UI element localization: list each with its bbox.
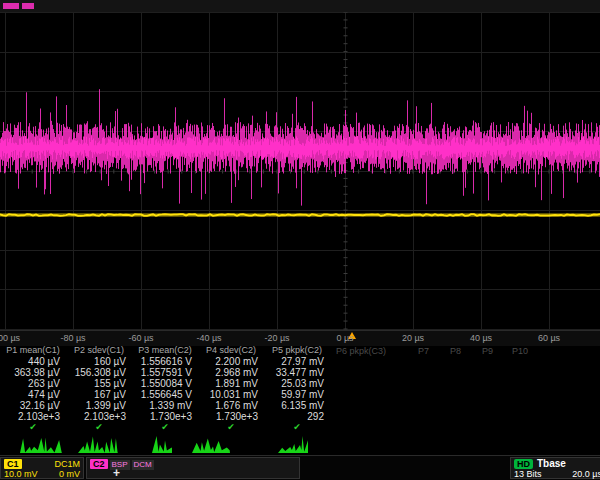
top-left-badge <box>22 3 34 9</box>
add-trace-button[interactable]: + <box>113 467 120 479</box>
measure-header-disabled[interactable]: P6 pkpk(C3) <box>336 346 386 356</box>
time-axis: -100 µs-80 µs-60 µs-40 µs-20 µs0 µs20 µs… <box>0 330 600 346</box>
measure-value: 2.103e+3 <box>66 411 132 422</box>
measure-value: 1.550084 V <box>132 378 198 389</box>
measure-column: P5 pkpk(C2)27.97 mV33.477 mV25.03 mV59.9… <box>264 345 330 433</box>
measure-value: 1.339 mV <box>132 400 198 411</box>
top-strip <box>0 0 600 12</box>
top-left-badge <box>3 3 19 9</box>
measure-value: 10.031 mV <box>198 389 264 400</box>
measure-header[interactable]: P1 mean(C1) <box>0 345 66 356</box>
graticule-canvas[interactable] <box>0 12 600 330</box>
c1-coupling-label: DC1M <box>54 459 80 469</box>
bottom-bar: C1 DC1M 10.0 mV 0 mV C2 BSPDCM + HD Tbas… <box>0 455 600 480</box>
histicon-icon <box>20 433 62 453</box>
measure-column: P1 mean(C1)440 µV363.98 µV263 µV474 µV32… <box>0 345 66 433</box>
measure-header-disabled[interactable]: P8 <box>450 346 461 356</box>
c2-tag: DCM <box>132 460 154 470</box>
measure-value: 1.556616 V <box>132 356 198 367</box>
measure-value: 1.399 µV <box>66 400 132 411</box>
time-label: 40 µs <box>470 333 492 343</box>
histicons <box>0 433 600 455</box>
measure-header[interactable]: P3 mean(C2) <box>132 345 198 356</box>
measure-value: 1.730e+3 <box>132 411 198 422</box>
histicon-icon <box>78 433 118 453</box>
measure-column: P2 sdev(C1)160 µV156.308 µV155 µV167 µV1… <box>66 345 132 433</box>
hd-badge-icon: HD <box>514 459 533 469</box>
time-label: -60 µs <box>128 333 153 343</box>
measure-status-check-icon: ✔ <box>264 422 330 433</box>
measure-value: 33.477 mV <box>264 367 330 378</box>
c1-offset-value: 0 mV <box>59 469 80 479</box>
measure-header[interactable]: P4 sdev(C2) <box>198 345 264 356</box>
c1-channel-chip: C1 <box>4 459 22 469</box>
measure-value: 440 µV <box>0 356 66 367</box>
measure-value: 6.135 mV <box>264 400 330 411</box>
measure-status-check-icon: ✔ <box>66 422 132 433</box>
measure-status-check-icon: ✔ <box>198 422 264 433</box>
measure-value: 25.03 mV <box>264 378 330 389</box>
measure-header[interactable]: P2 sdev(C1) <box>66 345 132 356</box>
measure-value: 363.98 µV <box>0 367 66 378</box>
histicon-icon <box>278 433 308 453</box>
measure-value: 292 <box>264 411 330 422</box>
measure-header-disabled[interactable]: P10 <box>512 346 528 356</box>
c1-vdiv-value: 10.0 mV <box>4 469 38 479</box>
measure-value: 155 µV <box>66 378 132 389</box>
measure-value: 160 µV <box>66 356 132 367</box>
measure-status-check-icon: ✔ <box>0 422 66 433</box>
time-label: -20 µs <box>264 333 289 343</box>
measure-value: 1.676 mV <box>198 400 264 411</box>
time-label: -100 µs <box>0 333 20 343</box>
measure-table: P1 mean(C1)440 µV363.98 µV263 µV474 µV32… <box>0 345 600 433</box>
oscilloscope-screen: -100 µs-80 µs-60 µs-40 µs-20 µs0 µs20 µs… <box>0 0 600 480</box>
timebase-label: Tbase <box>537 459 566 469</box>
measure-column: P3 mean(C2)1.556616 V1.557591 V1.550084 … <box>132 345 198 433</box>
time-label: 60 µs <box>538 333 560 343</box>
measure-value: 474 µV <box>0 389 66 400</box>
c2-descriptor[interactable]: C2 BSPDCM + <box>86 457 300 479</box>
timebase-bits-value: 13 Bits <box>514 469 542 479</box>
measure-value: 1.891 mV <box>198 378 264 389</box>
time-label: 20 µs <box>402 333 424 343</box>
time-label: -40 µs <box>196 333 221 343</box>
measure-status-check-icon: ✔ <box>132 422 198 433</box>
c2-channel-chip: C2 <box>90 459 108 469</box>
measure-value: 1.557591 V <box>132 367 198 378</box>
measure-header-disabled[interactable]: P7 <box>418 346 429 356</box>
c1-descriptor[interactable]: C1 DC1M 10.0 mV 0 mV <box>0 457 84 479</box>
measure-value: 156.308 µV <box>66 367 132 378</box>
measure-column: P4 sdev(C2)2.200 mV2.968 mV1.891 mV10.03… <box>198 345 264 433</box>
measure-header[interactable]: P5 pkpk(C2) <box>264 345 330 356</box>
measure-value: 59.97 mV <box>264 389 330 400</box>
measure-value: 263 µV <box>0 378 66 389</box>
measure-value: 2.200 mV <box>198 356 264 367</box>
measure-value: 1.556645 V <box>132 389 198 400</box>
histicon-icon <box>192 433 230 453</box>
measure-value: 2.968 mV <box>198 367 264 378</box>
histicon-icon <box>152 433 172 453</box>
measure-value: 32.16 µV <box>0 400 66 411</box>
measure-value: 167 µV <box>66 389 132 400</box>
time-label: -80 µs <box>60 333 85 343</box>
time-label: 0 µs <box>336 333 353 343</box>
measure-header-disabled[interactable]: P9 <box>482 346 493 356</box>
measure-value: 2.103e+3 <box>0 411 66 422</box>
timebase-descriptor[interactable]: HD Tbase 13 Bits 20.0 µs/div <box>510 457 600 479</box>
measure-value: 27.97 mV <box>264 356 330 367</box>
measure-value: 1.730e+3 <box>198 411 264 422</box>
timebase-scale-value: 20.0 µs/div <box>572 469 600 479</box>
